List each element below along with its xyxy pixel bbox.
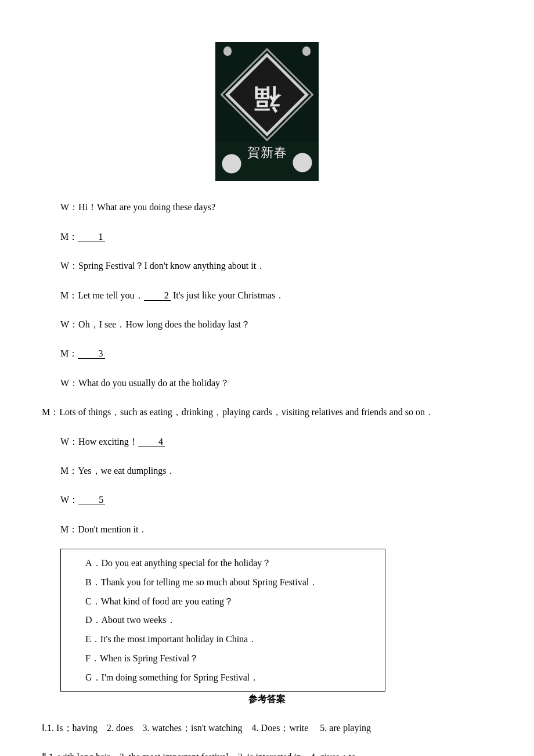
option-b: B．Thank you for telling me so much about…	[67, 573, 380, 592]
option-e: E．It's the most important holiday in Chi…	[67, 630, 380, 649]
option-a: A．Do you eat anything special for the ho…	[67, 554, 380, 573]
fill-blank: 5	[78, 495, 105, 505]
option-d: D．About two weeks．	[67, 611, 380, 630]
option-g: G．I'm doing something for Spring Festiva…	[67, 668, 380, 687]
option-c: C．What kind of food are you eating？	[67, 592, 380, 611]
dialogue-line: M：Yes，we eat dumplings．	[0, 461, 534, 481]
dialogue-text: M：Let me tell you．	[60, 290, 144, 300]
option-f: F．When is Spring Festival？	[67, 649, 380, 668]
dialogue-line: M：Lots of things，such as eating，drinking…	[0, 402, 534, 422]
spring-festival-greeting-image: 福 賀新春	[215, 42, 319, 181]
dialogue-text: W：How exciting！	[60, 437, 138, 447]
dialogue-line: M：3	[0, 344, 534, 363]
fill-blank: 1	[78, 232, 104, 242]
options-box: A．Do you eat anything special for the ho…	[60, 549, 385, 692]
fu-character: 福	[215, 70, 319, 127]
answers-section-1: Ⅰ.1. Is；having 2. does 3. watches；isn't …	[0, 718, 534, 738]
dialogue-text: It's just like your Christmas．	[171, 290, 284, 300]
dialogue-line: W：5	[0, 490, 534, 510]
dialogue-line: M：Don't mention it．	[0, 520, 534, 539]
answers-section-2: Ⅱ.1. with long hair 2. the most importan…	[0, 747, 534, 756]
fill-blank: 4	[138, 437, 165, 447]
speaker-prefix: W：	[60, 495, 78, 505]
fill-blank: 3	[78, 349, 104, 359]
greeting-banner-text: 賀新春	[215, 139, 319, 166]
speaker-prefix: M：	[60, 232, 78, 242]
dialogue-line: M：Let me tell you．2 It's just like your …	[0, 286, 534, 305]
dialogue-line: W：How exciting！4	[0, 432, 534, 452]
figure-container: 福 賀新春	[0, 42, 534, 188]
dialogue-line: W：Hi！What are you doing these days?	[0, 197, 534, 217]
answers-heading: 参考答案	[0, 689, 534, 709]
dialogue-line: W：Spring Festival？I don't know anything …	[0, 256, 534, 276]
speaker-prefix: M：	[60, 348, 78, 358]
dialogue-line: M：1	[0, 227, 534, 247]
lantern-icon	[302, 46, 311, 56]
fill-blank: 2	[144, 291, 171, 301]
lantern-icon	[223, 46, 232, 56]
dialogue-line: W：What do you usually do at the holiday？	[0, 373, 534, 393]
dialogue-line: W：Oh，I see．How long does the holiday las…	[0, 315, 534, 334]
